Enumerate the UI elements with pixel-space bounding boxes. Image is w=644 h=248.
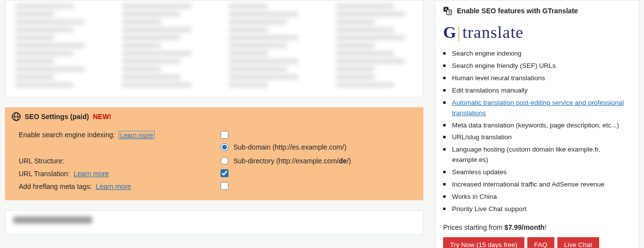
- subdomain-label: Sub-domain (http://es.example.com/): [233, 143, 347, 151]
- indexing-learn-more-link[interactable]: Learn more: [119, 131, 154, 139]
- indexing-checkbox[interactable]: [221, 131, 228, 139]
- new-badge: NEW!: [93, 113, 111, 121]
- url-structure-label: URL Structure:: [19, 143, 221, 165]
- url-structure-subdomain-row[interactable]: Sub-domain (http://es.example.com/): [221, 143, 417, 151]
- feature-item: Meta data translation (keywords, page de…: [443, 121, 631, 131]
- feature-item: Increased international traffic and AdSe…: [443, 180, 631, 190]
- seo-panel-title: SEO Settings (paid): [25, 113, 89, 121]
- sidebar-header-text: Enable SEO features with GTranslate: [457, 7, 578, 15]
- subdomain-radio[interactable]: [221, 143, 228, 151]
- svg-text:A: A: [445, 7, 448, 11]
- feature-item: Search engine indexing: [443, 49, 631, 59]
- feature-item: Language hosting (custom domain like exa…: [443, 145, 631, 165]
- feature-item: Human level neural translations: [443, 73, 631, 84]
- faq-button[interactable]: FAQ: [527, 237, 554, 248]
- hreflang-learn-more-link[interactable]: Learn more: [96, 183, 131, 190]
- live-chat-button[interactable]: Live Chat: [557, 237, 599, 248]
- indexing-label: Enable search engine indexing: Learn mor…: [19, 130, 221, 139]
- feature-item: Automatic translation post-editing servi…: [443, 98, 631, 119]
- globe-icon: [12, 112, 21, 121]
- url-structure-subdir-row[interactable]: Sub-directory (http://example.com/de/): [221, 157, 417, 165]
- gtranslate-logo: G|translate: [435, 20, 639, 49]
- url-translation-learn-more-link[interactable]: Learn more: [74, 170, 109, 178]
- feature-item: Seamless updates: [443, 167, 631, 178]
- hreflang-label: Add hreflang meta tags: Learn more: [19, 182, 221, 190]
- url-translation-checkbox[interactable]: [221, 169, 228, 177]
- lower-settings-panel-blurred: [5, 210, 423, 235]
- subdir-radio[interactable]: [221, 157, 228, 165]
- svg-text:文: 文: [448, 10, 451, 14]
- feature-item: Priority Live Chat support: [443, 204, 631, 215]
- subdir-label: Sub-directory (http://example.com/de/): [233, 157, 351, 165]
- translate-icon: A文: [443, 6, 452, 15]
- feature-item: URL/slug translation: [443, 132, 631, 143]
- feature-item: Edit translations manually: [443, 86, 631, 96]
- seo-settings-panel: SEO Settings (paid) NEW! Enable search e…: [5, 107, 423, 200]
- feature-item: Works in China: [443, 192, 631, 202]
- url-translation-label: URL Translation: Learn more: [19, 169, 221, 178]
- price-line: Prices starting from $7.99/month!: [435, 217, 639, 237]
- features-list: Search engine indexingSearch engine frie…: [435, 49, 639, 215]
- upper-settings-panel-blurred: [5, 0, 423, 97]
- promo-sidebar: A文 Enable SEO features with GTranslate G…: [435, 0, 639, 248]
- hreflang-checkbox[interactable]: [221, 182, 228, 190]
- try-now-button[interactable]: Try Now (15 days free): [443, 237, 524, 248]
- feature-link[interactable]: Automatic translation post-editing servi…: [452, 99, 624, 117]
- feature-item: Search engine friendly (SEF) URLs: [443, 61, 631, 71]
